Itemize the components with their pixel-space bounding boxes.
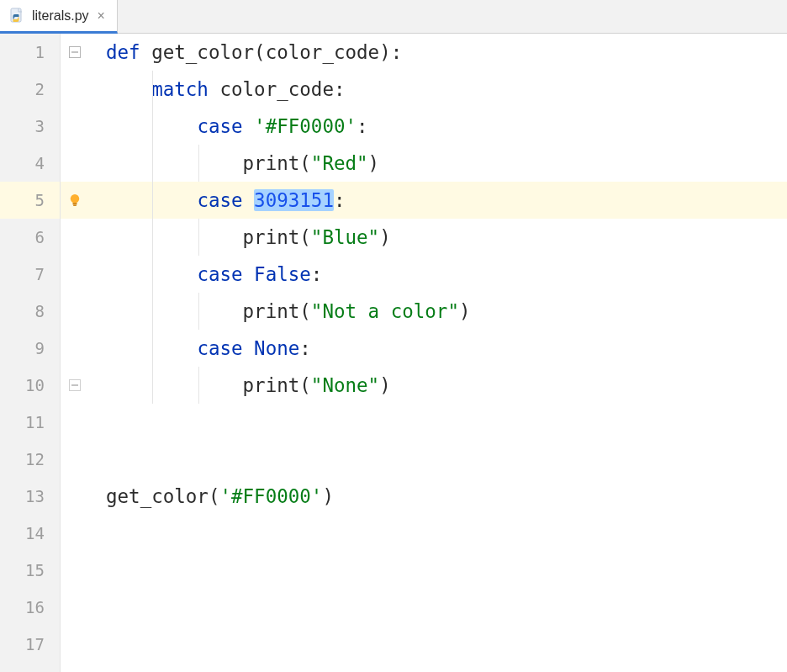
code-line[interactable]: match color_code: bbox=[89, 71, 787, 108]
line-number: 1 bbox=[0, 34, 60, 71]
function-call: get_color bbox=[106, 485, 209, 507]
keyword-case: case bbox=[197, 263, 242, 285]
keyword-case: case bbox=[197, 189, 242, 211]
intention-bulb-icon[interactable] bbox=[66, 192, 83, 209]
code-area[interactable]: def get_color(color_code): match color_c… bbox=[89, 34, 787, 672]
code-line[interactable] bbox=[89, 515, 787, 552]
code-line-active[interactable]: case 3093151: bbox=[89, 182, 787, 219]
string-literal: '#FF0000' bbox=[219, 485, 322, 507]
line-number: 2 bbox=[0, 71, 60, 108]
line-number: 6 bbox=[0, 219, 60, 256]
line-number: 9 bbox=[0, 330, 60, 367]
code-line[interactable]: print("Red") bbox=[89, 145, 787, 182]
line-number: 3 bbox=[0, 108, 60, 145]
code-line[interactable]: print("Blue") bbox=[89, 219, 787, 256]
code-line[interactable]: case None: bbox=[89, 330, 787, 367]
tab-bar: literals.py × bbox=[0, 0, 787, 34]
line-number: 8 bbox=[0, 293, 60, 330]
string-literal: '#FF0000' bbox=[254, 115, 357, 137]
editor-tab[interactable]: literals.py × bbox=[0, 0, 118, 34]
line-number: 17 bbox=[0, 626, 60, 663]
line-number: 15 bbox=[0, 552, 60, 589]
code-line[interactable]: case '#FF0000': bbox=[89, 108, 787, 145]
line-number: 11 bbox=[0, 404, 60, 441]
function-name: get_color bbox=[151, 41, 254, 63]
keyword-case: case bbox=[197, 337, 242, 359]
function-call: print bbox=[243, 152, 300, 174]
line-number: 4 bbox=[0, 145, 60, 182]
fold-marker-cell[interactable] bbox=[61, 367, 89, 404]
line-number: 7 bbox=[0, 256, 60, 293]
code-line[interactable] bbox=[89, 552, 787, 589]
svg-point-1 bbox=[71, 194, 79, 203]
string-literal: "Red" bbox=[311, 152, 368, 174]
svg-rect-3 bbox=[73, 205, 77, 207]
close-tab-button[interactable]: × bbox=[96, 9, 107, 23]
fold-end-icon[interactable] bbox=[69, 379, 81, 391]
string-literal: "Blue" bbox=[311, 226, 379, 248]
code-line[interactable] bbox=[89, 441, 787, 478]
keyword-none: None bbox=[254, 337, 299, 359]
gutter: 1 2 3 4 5 6 7 8 9 10 11 12 13 14 15 16 1… bbox=[0, 34, 61, 672]
code-editor[interactable]: 1 2 3 4 5 6 7 8 9 10 11 12 13 14 15 16 1… bbox=[0, 34, 787, 672]
tab-title: literals.py bbox=[32, 8, 89, 24]
keyword-case: case bbox=[197, 115, 242, 137]
line-number: 10 bbox=[0, 367, 60, 404]
intention-bulb-cell[interactable] bbox=[61, 182, 89, 219]
svg-rect-2 bbox=[72, 203, 77, 204]
function-call: print bbox=[243, 226, 300, 248]
keyword-false: False bbox=[254, 263, 311, 285]
keyword-match: match bbox=[151, 78, 209, 100]
code-line[interactable]: case False: bbox=[89, 256, 787, 293]
code-line[interactable]: print("None") bbox=[89, 367, 787, 404]
line-number: 14 bbox=[0, 515, 60, 552]
keyword-def: def bbox=[106, 41, 140, 63]
fold-column bbox=[61, 34, 89, 672]
string-literal: "None" bbox=[311, 374, 379, 396]
fold-marker-cell[interactable] bbox=[61, 34, 89, 71]
function-call: print bbox=[243, 300, 300, 322]
line-number: 12 bbox=[0, 441, 60, 478]
function-call: print bbox=[243, 374, 300, 396]
line-number: 16 bbox=[0, 589, 60, 626]
code-line[interactable] bbox=[89, 589, 787, 626]
code-line[interactable] bbox=[89, 626, 787, 663]
python-file-icon bbox=[8, 8, 25, 24]
code-line[interactable] bbox=[89, 404, 787, 441]
code-line[interactable]: def get_color(color_code): bbox=[89, 34, 787, 71]
numeric-literal-selected: 3093151 bbox=[254, 189, 334, 211]
code-line[interactable]: get_color('#FF0000') bbox=[89, 478, 787, 515]
parameter: color_code bbox=[266, 41, 379, 63]
line-number: 5 bbox=[0, 182, 60, 219]
fold-collapse-icon[interactable] bbox=[69, 46, 81, 58]
code-line[interactable]: print("Not a color") bbox=[89, 293, 787, 330]
string-literal: "Not a color" bbox=[311, 300, 459, 322]
line-number: 13 bbox=[0, 478, 60, 515]
